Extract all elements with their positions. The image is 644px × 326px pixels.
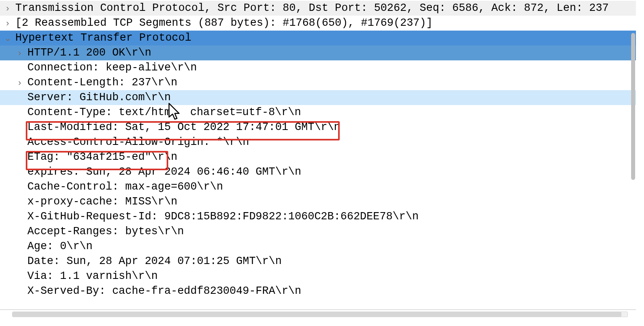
horizontal-scrollbar-track[interactable]: [12, 312, 628, 317]
header-text: Content-Length: 237\r\n: [27, 75, 178, 90]
header-text: Access-Control-Allow-Origin: *\r\n: [27, 135, 249, 150]
http-header-server[interactable]: Server: GitHub.com\r\n: [0, 90, 636, 105]
reassembled-segments-row[interactable]: › [2 Reassembled TCP Segments (887 bytes…: [0, 16, 636, 31]
packet-details-panel: › Transmission Control Protocol, Src Por…: [0, 0, 636, 318]
header-text: X-GitHub-Request-Id: 9DC8:15B892:FD9822:…: [27, 209, 419, 224]
panel-divider: [0, 309, 636, 310]
http-header-x-served-by[interactable]: X-Served-By: cache-fra-eddf8230049-FRA\r…: [0, 284, 636, 299]
reassembled-text: [2 Reassembled TCP Segments (887 bytes):…: [15, 16, 433, 31]
header-text: expires: Sun, 28 Apr 2024 06:46:40 GMT\r…: [27, 165, 301, 180]
header-text: ETag: "634af215-ed"\r\n: [27, 150, 178, 165]
header-text: Last-Modified: Sat, 15 Oct 2022 17:47:01…: [27, 120, 341, 135]
header-text: Via: 1.1 varnish\r\n: [27, 269, 158, 284]
tcp-summary-row[interactable]: › Transmission Control Protocol, Src Por…: [0, 1, 636, 16]
http-status-text: HTTP/1.1 200 OK\r\n: [27, 45, 151, 60]
http-label: Hypertext Transfer Protocol: [15, 31, 191, 45]
tcp-summary-text: Transmission Control Protocol, Src Port:…: [15, 1, 609, 16]
header-text: X-Served-By: cache-fra-eddf8230049-FRA\r…: [27, 284, 301, 299]
http-header-accept-ranges[interactable]: Accept-Ranges: bytes\r\n: [0, 224, 636, 239]
expand-caret-icon[interactable]: ›: [0, 16, 15, 31]
http-header-last-modified[interactable]: Last-Modified: Sat, 15 Oct 2022 17:47:01…: [0, 120, 636, 135]
http-header-expires[interactable]: expires: Sun, 28 Apr 2024 06:46:40 GMT\r…: [0, 165, 636, 180]
http-status-row[interactable]: › HTTP/1.1 200 OK\r\n: [0, 45, 636, 60]
http-header-x-proxy-cache[interactable]: x-proxy-cache: MISS\r\n: [0, 194, 636, 209]
http-header-age[interactable]: Age: 0\r\n: [0, 239, 636, 254]
header-text-part-a: Content-Type: text/htm: [27, 105, 171, 120]
header-text: Cache-Control: max-age=600\r\n: [27, 180, 223, 194]
expand-caret-icon[interactable]: ›: [12, 45, 27, 60]
expand-caret-icon[interactable]: ›: [0, 1, 15, 16]
header-text-part-b: charset=utf-8\r\n: [190, 105, 301, 120]
header-text: Date: Sun, 28 Apr 2024 07:01:25 GMT\r\n: [27, 254, 282, 269]
horizontal-scrollbar-thumb[interactable]: [12, 312, 621, 317]
http-header-content-length[interactable]: › Content-Length: 237\r\n: [0, 75, 636, 90]
collapse-caret-icon[interactable]: ⌄: [0, 31, 15, 45]
http-header-date[interactable]: Date: Sun, 28 Apr 2024 07:01:25 GMT\r\n: [0, 254, 636, 269]
http-header-connection[interactable]: Connection: keep-alive\r\n: [0, 60, 636, 75]
vertical-scrollbar[interactable]: [631, 33, 635, 180]
http-header-content-type[interactable]: Content-Type: text/htmcharset=utf-8\r\n: [0, 105, 636, 120]
http-header-x-github-request-id[interactable]: X-GitHub-Request-Id: 9DC8:15B892:FD9822:…: [0, 209, 636, 224]
protocol-tree[interactable]: › Transmission Control Protocol, Src Por…: [0, 0, 636, 299]
header-text: x-proxy-cache: MISS\r\n: [27, 194, 178, 209]
header-text: Server: GitHub.com\r\n: [27, 90, 171, 105]
http-header-via[interactable]: Via: 1.1 varnish\r\n: [0, 269, 636, 284]
http-header-cache-control[interactable]: Cache-Control: max-age=600\r\n: [0, 180, 636, 194]
expand-caret-icon[interactable]: ›: [12, 75, 27, 90]
http-header-etag[interactable]: ETag: "634af215-ed"\r\n: [0, 150, 636, 165]
http-protocol-row[interactable]: ⌄ Hypertext Transfer Protocol: [0, 31, 636, 45]
header-text: Connection: keep-alive\r\n: [27, 60, 197, 75]
header-text: Age: 0\r\n: [27, 239, 93, 254]
http-header-acao[interactable]: Access-Control-Allow-Origin: *\r\n: [0, 135, 636, 150]
header-text: Accept-Ranges: bytes\r\n: [27, 224, 184, 239]
